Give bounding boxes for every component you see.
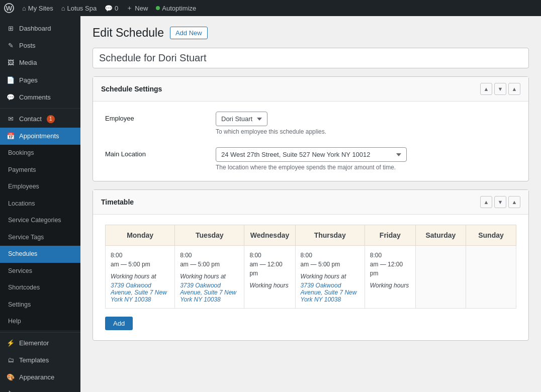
- sidebar-item-employees[interactable]: Employees: [0, 178, 80, 195]
- sidebar-item-comments[interactable]: 💬 Comments: [0, 89, 80, 106]
- dashboard-icon: ⊞: [6, 24, 15, 33]
- day-saturday: Saturday: [415, 225, 466, 246]
- main-content: Edit Schedule Add New Schedule Settings …: [80, 16, 541, 392]
- page-title: Edit Schedule: [93, 26, 164, 40]
- plugins-icon: 🔌: [6, 390, 15, 392]
- employee-row: Employee Dori Stuart To which employee t…: [105, 112, 516, 135]
- tuesday-wh-label: Working hours at: [180, 273, 239, 280]
- schedule-settings-panel-header: Schedule Settings ▲ ▼ ▲: [93, 77, 528, 102]
- timetable-panel: Timetable ▲ ▼ ▲ Monday Tuesday Wednesday…: [93, 189, 529, 341]
- page-header: Edit Schedule Add New: [93, 26, 529, 40]
- panel-collapse-up-button[interactable]: ▲: [480, 83, 492, 95]
- sidebar-item-bookings[interactable]: Bookings: [0, 145, 80, 162]
- svg-text:W: W: [6, 5, 13, 12]
- home-icon: ⌂: [22, 5, 26, 12]
- sidebar-item-appointments[interactable]: 📅 Appointments: [0, 128, 80, 145]
- sidebar-item-schedules[interactable]: Schedules: [0, 246, 80, 263]
- cell-friday: 8:00am — 12:00 pm Working hours: [365, 246, 415, 309]
- cell-wednesday: 8:00am — 12:00 pm Working hours: [244, 246, 295, 309]
- schedule-settings-title: Schedule Settings: [101, 85, 162, 93]
- elementor-icon: ⚡: [6, 339, 15, 348]
- cell-saturday: [415, 246, 466, 309]
- cell-tuesday: 8:00am — 5:00 pm Working hours at 3739 O…: [175, 246, 244, 309]
- contact-icon: ✉: [6, 115, 15, 124]
- plus-icon: ＋: [126, 4, 133, 13]
- monday-time: 8:00am — 5:00 pm: [111, 251, 169, 269]
- day-wednesday: Wednesday: [244, 225, 295, 246]
- pages-icon: 📄: [6, 76, 15, 85]
- comments-icon: 💬: [6, 93, 15, 102]
- sidebar-item-media[interactable]: 🖼 Media: [0, 54, 80, 71]
- sidebar-item-elementor[interactable]: ⚡ Elementor: [0, 335, 80, 352]
- day-thursday: Thursday: [295, 225, 365, 246]
- main-location-hint: The location where the employee spends t…: [216, 164, 516, 171]
- timetable-panel-header: Timetable ▲ ▼ ▲: [93, 190, 528, 215]
- timetable-data-row: 8:00am — 5:00 pm Working hours at 3739 O…: [106, 246, 516, 309]
- monday-location-link[interactable]: 3739 Oakwood Avenue, Suite 7 New York NY…: [111, 282, 167, 303]
- sidebar: ⊞ Dashboard ✎ Posts 🖼 Media 📄 Pages 💬 Co…: [0, 16, 80, 392]
- timetable-toggle-button[interactable]: ▲: [508, 196, 520, 208]
- sidebar-item-help[interactable]: Help: [0, 313, 80, 330]
- sidebar-divider-1: [0, 108, 80, 109]
- wednesday-wh-label: Working hours: [249, 282, 290, 289]
- thursday-location-link[interactable]: 3739 Oakwood Avenue, Suite 7 New York NY…: [301, 282, 357, 303]
- autoptimize-dot-icon: [156, 6, 160, 10]
- sidebar-item-service-categories[interactable]: Service Categories: [0, 212, 80, 229]
- day-tuesday: Tuesday: [175, 225, 244, 246]
- sidebar-item-templates[interactable]: 🗂 Templates: [0, 352, 80, 369]
- friday-wh-label: Working hours: [370, 282, 410, 289]
- new-content-button[interactable]: ＋ New: [126, 4, 148, 13]
- sidebar-item-posts[interactable]: ✎ Posts: [0, 37, 80, 54]
- timetable-body: Monday Tuesday Wednesday Thursday Friday…: [93, 215, 528, 340]
- sidebar-item-appearance[interactable]: 🎨 Appearance: [0, 369, 80, 386]
- timetable-controls: ▲ ▼ ▲: [480, 196, 520, 208]
- monday-wh-label: Working hours at: [111, 273, 169, 280]
- employee-label: Employee: [105, 112, 206, 122]
- cell-sunday: [466, 246, 516, 309]
- sidebar-item-contact[interactable]: ✉ Contact 1: [0, 111, 80, 128]
- schedule-name-input[interactable]: [93, 48, 529, 68]
- friday-time: 8:00am — 12:00 pm: [370, 251, 410, 278]
- tuesday-location-link[interactable]: 3739 Oakwood Avenue, Suite 7 New York NY…: [180, 282, 236, 303]
- admin-bar: W ⌂ My Sites ⌂ Lotus Spa 💬 0 ＋ New Autop…: [0, 0, 541, 16]
- main-location-label: Main Location: [105, 147, 206, 158]
- sidebar-item-payments[interactable]: Payments: [0, 162, 80, 179]
- sidebar-item-settings[interactable]: Settings: [0, 297, 80, 314]
- sidebar-item-locations[interactable]: Locations: [0, 195, 80, 213]
- sidebar-divider-2: [0, 332, 80, 333]
- timetable-header-row: Monday Tuesday Wednesday Thursday Friday…: [106, 225, 516, 246]
- sidebar-item-services[interactable]: Services: [0, 263, 80, 280]
- timetable-collapse-down-button[interactable]: ▼: [494, 196, 506, 208]
- media-icon: 🖼: [6, 58, 15, 67]
- wp-logo[interactable]: W: [4, 3, 14, 13]
- contact-badge: 1: [47, 115, 55, 123]
- employee-hint: To which employee this schedule applies.: [216, 128, 516, 135]
- comments-button[interactable]: 💬 0: [105, 5, 118, 12]
- posts-icon: ✎: [6, 41, 15, 50]
- tuesday-time: 8:00am — 5:00 pm: [180, 251, 239, 269]
- panel-collapse-down-button[interactable]: ▼: [494, 83, 506, 95]
- thursday-wh-label: Working hours at: [301, 273, 359, 280]
- sidebar-item-service-tags[interactable]: Service Tags: [0, 229, 80, 246]
- employee-select[interactable]: Dori Stuart: [216, 112, 267, 126]
- sidebar-item-pages[interactable]: 📄 Pages: [0, 72, 80, 89]
- schedule-settings-body: Employee Dori Stuart To which employee t…: [93, 102, 528, 181]
- wednesday-time: 8:00am — 12:00 pm: [249, 251, 290, 278]
- schedule-settings-panel: Schedule Settings ▲ ▼ ▲ Employee Dori St…: [93, 76, 529, 181]
- add-new-button[interactable]: Add New: [170, 27, 208, 39]
- autoptimize-button[interactable]: Autoptimize: [156, 5, 196, 12]
- panel-toggle-button[interactable]: ▲: [508, 83, 520, 95]
- sidebar-item-plugins[interactable]: 🔌 Plugins: [0, 386, 80, 392]
- cell-monday: 8:00am — 5:00 pm Working hours at 3739 O…: [106, 246, 175, 309]
- main-location-select[interactable]: 24 West 27th Street, Suite 527 New York …: [216, 147, 407, 162]
- appearance-icon: 🎨: [6, 373, 15, 382]
- comment-icon: 💬: [105, 5, 113, 12]
- site-name-button[interactable]: ⌂ Lotus Spa: [61, 5, 97, 12]
- timetable-table: Monday Tuesday Wednesday Thursday Friday…: [105, 225, 516, 309]
- add-button[interactable]: Add: [105, 317, 133, 330]
- timetable-collapse-up-button[interactable]: ▲: [480, 196, 492, 208]
- my-sites-button[interactable]: ⌂ My Sites: [22, 5, 53, 12]
- sidebar-item-dashboard[interactable]: ⊞ Dashboard: [0, 20, 80, 37]
- thursday-time: 8:00am — 5:00 pm: [301, 251, 359, 269]
- sidebar-item-shortcodes[interactable]: Shortcodes: [0, 279, 80, 297]
